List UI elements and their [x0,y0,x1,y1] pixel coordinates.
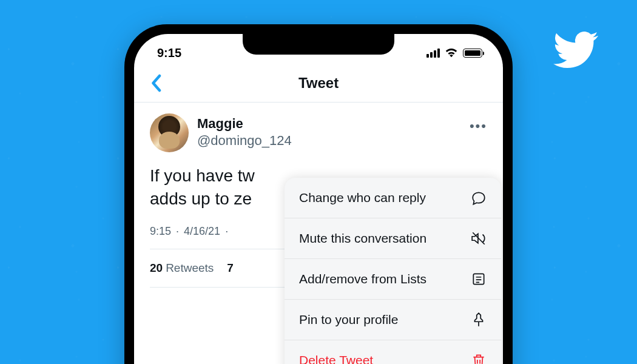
user-info[interactable]: Maggie @domingo_124 [197,113,292,152]
trash-icon [471,352,487,364]
retweets-stat[interactable]: 20Retweets [150,261,214,275]
battery-icon [463,49,482,58]
mute-speaker-icon [471,231,487,246]
menu-pin[interactable]: Pin to your profile [285,299,501,340]
status-indicators [426,48,482,58]
phone-notch [243,34,394,55]
list-icon [471,271,487,287]
wifi-icon [445,48,458,58]
cellular-signal-icon [426,49,440,58]
context-menu: Change who can reply Mute this conversat… [285,178,501,364]
reply-bubble-icon [471,190,487,206]
avatar[interactable] [150,113,189,152]
back-button[interactable] [150,74,162,92]
more-options-button[interactable]: ••• [470,118,487,134]
tweet-header: Maggie @domingo_124 ••• [150,113,487,152]
menu-mute[interactable]: Mute this conversation [285,218,501,258]
nav-bar: Tweet [134,67,503,103]
phone-screen: 9:15 Tweet Maggie @domingo_124 ••• If y [134,34,503,364]
menu-lists[interactable]: Add/remove from Lists [285,258,501,299]
status-time: 9:15 [157,46,181,60]
menu-delete[interactable]: Delete Tweet [285,340,501,364]
twitter-bird-logo [548,27,604,72]
display-name: Maggie [197,116,292,132]
menu-change-reply[interactable]: Change who can reply [285,178,501,218]
quotes-stat[interactable]: 7 [227,261,237,275]
pin-icon [471,312,487,328]
phone-frame: 9:15 Tweet Maggie @domingo_124 ••• If y [124,24,513,364]
page-title: Tweet [298,75,339,92]
user-handle: @domingo_124 [197,133,292,149]
